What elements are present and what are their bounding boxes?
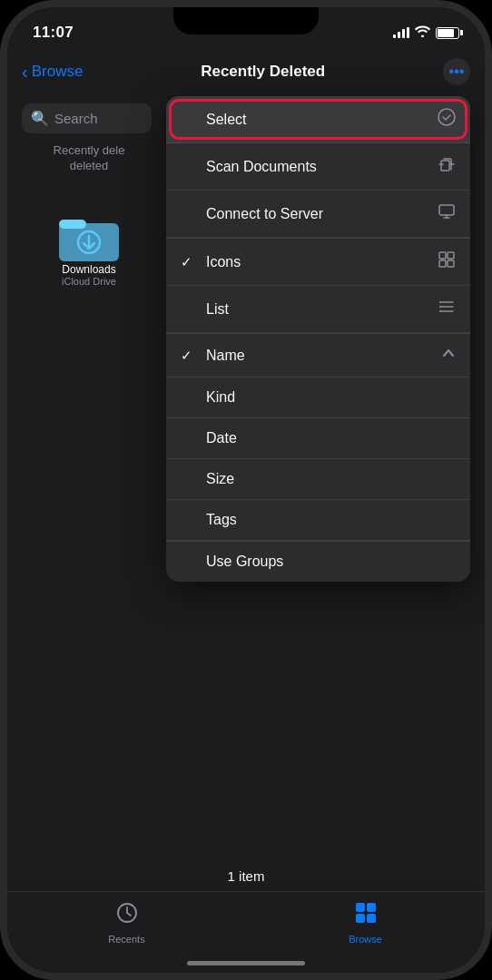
folder-icon: [57, 211, 121, 263]
menu-item-icons[interactable]: ✓ Icons: [166, 239, 470, 286]
svg-point-10: [439, 301, 441, 303]
search-bar[interactable]: 🔍 Search: [22, 103, 152, 133]
battery-icon: [436, 27, 459, 39]
dropdown-menu: Select Scan Documents: [166, 96, 470, 582]
svg-point-11: [439, 306, 441, 308]
icons-label: Icons: [206, 254, 241, 270]
phone-inner: 11:07: [7, 7, 485, 973]
status-icons: [393, 25, 459, 40]
nav-back-button[interactable]: ‹ Browse: [22, 62, 83, 83]
svg-rect-1: [59, 220, 86, 229]
menu-item-size[interactable]: Size: [166, 459, 470, 500]
chevron-up-icon: [441, 346, 456, 365]
select-checkmark-circle-icon: [438, 108, 456, 131]
svg-rect-7: [448, 252, 454, 259]
icons-check: ✓: [181, 254, 199, 270]
folder-area: Recently dele deleted Downloads iCloud D…: [25, 143, 153, 287]
scan-doc-icon: [438, 155, 456, 178]
menu-item-name[interactable]: ✓ Name: [166, 334, 470, 377]
nav-more-button[interactable]: •••: [443, 58, 470, 85]
screen: 11:07: [7, 7, 485, 973]
chevron-left-icon: ‹: [22, 62, 28, 83]
list-icon: [438, 298, 456, 320]
signal-icon: [393, 27, 409, 38]
svg-rect-4: [441, 161, 449, 171]
status-time: 11:07: [33, 24, 74, 42]
svg-rect-9: [448, 260, 454, 267]
tab-recents[interactable]: Recents: [7, 901, 246, 945]
svg-rect-5: [439, 205, 454, 215]
search-placeholder: Search: [54, 111, 98, 126]
svg-rect-8: [439, 260, 446, 267]
svg-rect-6: [439, 252, 446, 259]
folder-icon-wrapper: Downloads iCloud Drive: [25, 211, 153, 287]
browse-icon: [354, 901, 378, 930]
ellipsis-icon: •••: [449, 64, 465, 80]
svg-rect-15: [367, 903, 376, 912]
menu-item-list[interactable]: List: [166, 286, 470, 333]
grid-icon: [438, 250, 456, 273]
search-icon: 🔍: [31, 110, 49, 127]
date-label: Date: [206, 430, 237, 446]
name-check: ✓: [181, 348, 199, 364]
folder-label: Downloads: [62, 263, 115, 276]
wifi-icon: [415, 25, 430, 40]
connect-label: Connect to Server: [206, 206, 323, 222]
menu-item-tags[interactable]: Tags: [166, 500, 470, 541]
recents-tab-label: Recents: [108, 934, 144, 945]
menu-item-use-groups[interactable]: Use Groups: [166, 542, 470, 582]
use-groups-label: Use Groups: [206, 554, 283, 570]
svg-rect-17: [367, 914, 376, 923]
menu-item-select[interactable]: Select: [166, 96, 470, 143]
notch: [173, 7, 319, 34]
monitor-icon: [438, 202, 456, 225]
home-indicator: [187, 961, 305, 965]
recently-deleted-text: Recently dele deleted: [25, 143, 153, 174]
folder-sublabel: iCloud Drive: [62, 276, 116, 287]
search-area: 🔍 Search: [7, 96, 166, 141]
browse-tab-label: Browse: [349, 934, 382, 945]
menu-item-connect[interactable]: Connect to Server: [166, 191, 470, 238]
recents-icon: [115, 901, 139, 930]
item-count: 1 item: [7, 861, 485, 891]
kind-label: Kind: [206, 389, 235, 406]
nav-back-label: Browse: [32, 63, 84, 81]
svg-point-12: [439, 310, 441, 312]
svg-rect-14: [356, 903, 365, 912]
list-label: List: [206, 301, 229, 318]
size-label: Size: [206, 471, 234, 487]
menu-item-scan[interactable]: Scan Documents: [166, 143, 470, 191]
tags-label: Tags: [206, 512, 237, 528]
scan-label: Scan Documents: [206, 159, 317, 175]
svg-point-3: [438, 109, 455, 125]
nav-title: Recently Deleted: [201, 63, 325, 81]
nav-header: ‹ Browse Recently Deleted •••: [7, 47, 485, 96]
svg-rect-16: [356, 914, 365, 923]
name-label: Name: [206, 348, 245, 364]
select-label: Select: [206, 112, 246, 128]
phone-frame: 11:07: [0, 0, 492, 980]
menu-item-date[interactable]: Date: [166, 418, 470, 459]
tab-browse[interactable]: Browse: [246, 901, 485, 945]
menu-item-kind[interactable]: Kind: [166, 377, 470, 418]
